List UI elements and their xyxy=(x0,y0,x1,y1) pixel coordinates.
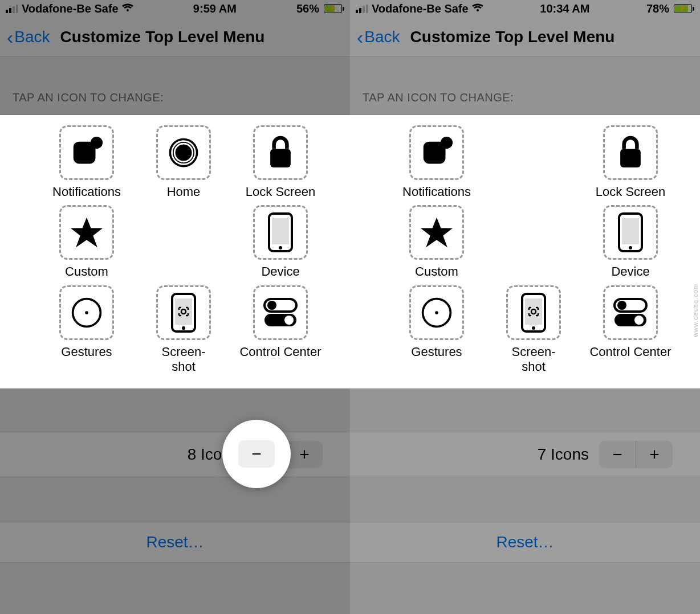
signal-icon xyxy=(356,5,368,13)
reset-label: Reset… xyxy=(146,533,204,551)
notifications-icon xyxy=(59,125,114,180)
icon-count-row: 7 Icons − + xyxy=(350,432,700,477)
icon-cell-control-center[interactable]: Control Center xyxy=(585,285,676,375)
back-button[interactable]: ‹ Back xyxy=(7,27,50,47)
icon-cell-screenshot[interactable]: Screen- shot xyxy=(138,285,229,375)
highlight-minus: − xyxy=(222,420,291,488)
wifi-icon xyxy=(122,2,133,15)
icon-label: Device xyxy=(235,264,326,279)
icon-label: Notifications xyxy=(41,185,132,199)
svg-point-36 xyxy=(634,316,644,325)
watermark: www.deuaq.com xyxy=(692,284,699,337)
icon-label: Screen- shot xyxy=(138,345,229,375)
icon-count-stepper: − + xyxy=(599,441,673,468)
lock-screen-icon xyxy=(253,125,308,180)
clock: 10:34 AM xyxy=(483,2,646,15)
icon-cell-notifications[interactable]: Notifications xyxy=(41,125,132,199)
svg-point-28 xyxy=(435,311,438,314)
nav-bar: ‹ Back Customize Top Level Menu xyxy=(0,17,350,57)
battery-pct: 56% xyxy=(296,2,319,15)
svg-rect-5 xyxy=(270,149,291,168)
icon-label: Gestures xyxy=(41,345,132,359)
icon-cell-custom[interactable]: Custom xyxy=(41,205,132,279)
battery-pct: 78% xyxy=(646,2,669,15)
status-bar: Vodafone-Be Safe 10:34 AM 78% ⚡ xyxy=(350,0,700,17)
battery-icon: ⚡ xyxy=(671,4,694,13)
notifications-icon xyxy=(409,125,464,180)
svg-point-9 xyxy=(279,246,282,249)
icon-cell-device[interactable]: Device xyxy=(235,205,326,279)
reset-label: Reset… xyxy=(496,533,554,551)
svg-point-34 xyxy=(617,301,626,310)
icon-label: Gestures xyxy=(391,345,482,359)
stepper-plus-button[interactable]: + xyxy=(636,441,673,468)
svg-rect-25 xyxy=(622,218,639,244)
back-label: Back xyxy=(364,28,400,46)
icon-label: Screen- shot xyxy=(488,345,579,375)
svg-rect-8 xyxy=(272,218,289,244)
icon-label: Notifications xyxy=(391,185,482,199)
gestures-icon xyxy=(59,285,114,340)
device-icon xyxy=(603,205,658,260)
battery-icon: ⚡ xyxy=(321,4,344,13)
back-button[interactable]: ‹ Back xyxy=(357,27,400,47)
svg-rect-13 xyxy=(175,298,192,325)
icon-label: Control Center xyxy=(585,345,676,359)
stepper-minus-button[interactable]: − xyxy=(599,441,636,468)
icon-grid-panel: NotificationsHomeLock ScreenCustomDevice… xyxy=(0,115,350,388)
icon-cell-control-center[interactable]: Control Center xyxy=(235,285,326,375)
section-header: TAP AN ICON TO CHANGE: xyxy=(350,57,700,115)
svg-point-26 xyxy=(629,246,632,249)
svg-rect-22 xyxy=(620,149,641,168)
svg-point-14 xyxy=(182,326,185,330)
stepper-plus-button[interactable]: + xyxy=(286,441,323,468)
signal-icon xyxy=(6,5,18,13)
home-icon xyxy=(156,125,211,180)
icon-cell-notifications[interactable]: Notifications xyxy=(391,125,482,199)
icon-label: Lock Screen xyxy=(585,185,676,199)
stepper-minus-button-highlighted[interactable]: − xyxy=(238,440,275,468)
svg-point-31 xyxy=(532,326,535,330)
reset-button[interactable]: Reset… xyxy=(0,522,350,563)
icon-grid-panel: NotificationsLock ScreenCustomDeviceGest… xyxy=(350,115,700,388)
icon-label: Home xyxy=(138,185,229,199)
reset-button[interactable]: Reset… xyxy=(350,522,700,563)
screen-left: Vodafone-Be Safe 9:59 AM 56% ⚡ ‹ Back Cu… xyxy=(0,0,350,614)
icon-cell-lock-screen[interactable]: Lock Screen xyxy=(235,125,326,199)
control-center-icon xyxy=(603,285,658,340)
carrier-label: Vodafone-Be Safe xyxy=(372,2,469,15)
carrier-label: Vodafone-Be Safe xyxy=(22,2,119,15)
svg-rect-30 xyxy=(525,298,542,325)
page-title: Customize Top Level Menu xyxy=(410,28,615,46)
icon-cell-gestures[interactable]: Gestures xyxy=(41,285,132,375)
screenshot-icon xyxy=(156,285,211,340)
icon-label: Control Center xyxy=(235,345,326,359)
icon-cell-lock-screen[interactable]: Lock Screen xyxy=(585,125,676,199)
wifi-icon xyxy=(472,2,483,15)
icon-label: Custom xyxy=(41,264,132,279)
svg-point-19 xyxy=(284,316,294,325)
page-title: Customize Top Level Menu xyxy=(60,28,265,46)
svg-marker-6 xyxy=(71,218,103,248)
icon-label: Device xyxy=(585,264,676,279)
icon-cell-gestures[interactable]: Gestures xyxy=(391,285,482,375)
icon-cell-home[interactable]: Home xyxy=(138,125,229,199)
icon-cell-screenshot[interactable]: Screen- shot xyxy=(488,285,579,375)
icon-cell-device[interactable]: Device xyxy=(585,205,676,279)
icon-label: Custom xyxy=(391,264,482,279)
nav-bar: ‹ Back Customize Top Level Menu xyxy=(350,17,700,57)
screenshot-icon xyxy=(506,285,561,340)
chevron-left-icon: ‹ xyxy=(357,27,363,47)
icon-label: Lock Screen xyxy=(235,185,326,199)
section-header: TAP AN ICON TO CHANGE: xyxy=(0,57,350,115)
svg-point-1 xyxy=(91,137,103,149)
chevron-left-icon: ‹ xyxy=(7,27,13,47)
control-center-icon xyxy=(253,285,308,340)
svg-point-11 xyxy=(85,311,88,314)
back-label: Back xyxy=(14,28,50,46)
icon-cell-custom[interactable]: Custom xyxy=(391,205,482,279)
status-bar: Vodafone-Be Safe 9:59 AM 56% ⚡ xyxy=(0,0,350,17)
svg-marker-23 xyxy=(421,218,453,248)
svg-point-17 xyxy=(267,301,276,310)
custom-icon xyxy=(409,205,464,260)
